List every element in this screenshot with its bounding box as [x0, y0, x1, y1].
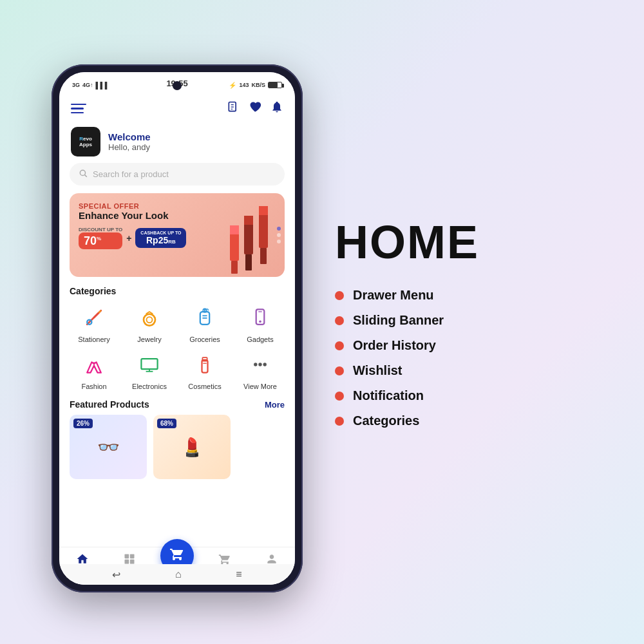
battery-text: 143: [239, 82, 249, 88]
search-bar[interactable]: Search for a product: [70, 163, 285, 185]
electronics-label: Electronics: [132, 383, 167, 390]
svg-point-4: [80, 170, 85, 175]
featured-title: Featured Products: [70, 399, 149, 410]
category-cosmetics[interactable]: Cosmetics: [180, 350, 229, 390]
topbar-icons: [227, 100, 283, 117]
hamburger-line-3: [71, 112, 84, 114]
search-placeholder-text: Search for a product: [93, 169, 169, 179]
android-nav-bar: ↩ ⌂ ≡: [59, 564, 295, 585]
category-jewelry[interactable]: Jewelry: [125, 303, 174, 343]
banner-special-offer: SPECIAL OFFER: [79, 202, 276, 210]
fashion-label: Fashion: [81, 383, 106, 390]
notification-icon[interactable]: [270, 100, 283, 117]
signal-bars: ▌▌▌: [96, 82, 109, 89]
cashback-box: CASHBACK UP TO Rp25RB: [135, 228, 186, 248]
electronics-icon-wrap: [135, 350, 164, 379]
banner-dot-1: [277, 227, 281, 231]
category-gadgets[interactable]: Gadgets: [236, 303, 285, 343]
feature-dot-6: [335, 417, 344, 426]
svg-rect-39: [125, 554, 129, 559]
svg-rect-11: [245, 254, 252, 270]
categories-title: Categories: [59, 286, 295, 303]
feature-list: Drawer Menu Sliding Banner Order History…: [335, 288, 612, 428]
wishlist-icon[interactable]: [249, 100, 261, 117]
svg-point-28: [259, 321, 261, 323]
status-right: ⚡ 143 KB/S: [229, 82, 282, 89]
hamburger-line-1: [71, 104, 86, 106]
feature-item-categories: Categories: [335, 413, 612, 428]
featured-header: Featured Products More: [59, 393, 295, 415]
phone-screen: 3G 4G↑ ▌▌▌ 19:55 ⚡ 143 KB/S: [59, 72, 295, 585]
cashback-label: CASHBACK UP TO: [140, 231, 181, 235]
network-4g: 4G↑: [82, 82, 93, 88]
welcome-text: Welcome Hello, andy: [108, 131, 151, 152]
category-groceries[interactable]: Groceries: [180, 303, 229, 343]
svg-point-20: [147, 317, 153, 323]
svg-rect-41: [125, 560, 129, 564]
featured-more-button[interactable]: More: [265, 400, 285, 410]
phone-device: 3G 4G↑ ▌▌▌ 19:55 ⚡ 143 KB/S: [52, 64, 303, 592]
category-view-more[interactable]: View More: [236, 350, 285, 390]
feature-label-3: Order History: [353, 338, 436, 353]
svg-point-36: [254, 363, 257, 366]
fashion-icon-wrap: [79, 350, 109, 379]
hamburger-line-2: [71, 108, 84, 109]
banner-dots: [277, 227, 281, 243]
feature-panel: HOME Drawer Menu Sliding Banner Order Hi…: [303, 190, 644, 454]
banner-dot-3: [277, 240, 281, 243]
home-title: HOME: [335, 216, 612, 269]
cashback-amount: Rp25RB: [140, 235, 181, 245]
welcome-title: Welcome: [108, 131, 151, 142]
svg-point-37: [258, 363, 261, 366]
app-logo: R evo Apps: [71, 127, 100, 156]
feature-item-drawer: Drawer Menu: [335, 288, 612, 303]
android-back-button[interactable]: ↩: [112, 569, 120, 581]
category-electronics[interactable]: Electronics: [125, 350, 174, 390]
view-more-icon-wrap: [245, 350, 275, 379]
feature-dot-1: [335, 291, 344, 300]
drawer-menu-button[interactable]: [71, 104, 86, 114]
feature-item-wishlist: Wishlist: [335, 363, 612, 378]
category-stationery[interactable]: Stationery: [70, 303, 118, 343]
svg-line-5: [85, 175, 87, 177]
view-more-label: View More: [243, 383, 277, 390]
android-home-button[interactable]: ⌂: [175, 569, 182, 580]
battery-fill: [269, 82, 278, 88]
product-card-1[interactable]: 👓 26%: [70, 415, 147, 479]
cosmetics-icon-wrap: [190, 350, 220, 379]
android-menu-button[interactable]: ≡: [236, 569, 242, 580]
banner-discount-row: DISCOUNT UP TO 70% + CASHBACK UP TO: [79, 227, 276, 249]
feature-dot-3: [335, 341, 344, 350]
jewelry-label: Jewelry: [137, 336, 161, 343]
gadgets-icon-wrap: [245, 303, 275, 332]
product-badge-1: 26%: [73, 419, 93, 428]
search-icon: [79, 169, 88, 180]
groceries-icon-wrap: [190, 303, 220, 332]
feature-item-banner: Sliding Banner: [335, 313, 612, 328]
feature-label-6: Categories: [353, 413, 419, 428]
category-fashion[interactable]: Fashion: [70, 350, 118, 390]
svg-rect-33: [202, 360, 208, 373]
feature-label-1: Drawer Menu: [353, 288, 434, 303]
svg-rect-30: [141, 359, 157, 369]
banner-dot-2: [277, 233, 281, 237]
banner-discount-box: DISCOUNT UP TO 70%: [79, 227, 122, 249]
welcome-subtitle: Hello, andy: [108, 142, 151, 152]
page-outer: 3G 4G↑ ▌▌▌ 19:55 ⚡ 143 KB/S: [0, 0, 644, 644]
order-history-icon[interactable]: [227, 100, 240, 117]
svg-rect-42: [130, 560, 135, 564]
phone-camera: [173, 81, 182, 90]
feature-label-4: Wishlist: [353, 363, 402, 378]
cart-fab-icon: [169, 546, 185, 565]
promo-banner: SPECIAL OFFER Enhance Your Look DISCOUNT…: [70, 193, 285, 277]
product-card-2[interactable]: 💄 68%: [153, 415, 231, 479]
svg-line-18: [99, 310, 101, 313]
groceries-label: Groceries: [189, 336, 220, 343]
jewelry-icon-wrap: [135, 303, 164, 332]
categories-grid-row1: Stationery Jewelry: [59, 303, 295, 343]
app-topbar: [59, 94, 295, 123]
svg-rect-8: [260, 248, 267, 264]
plus-sign: +: [126, 233, 131, 243]
gadgets-label: Gadgets: [247, 336, 274, 343]
stationery-label: Stationery: [78, 336, 110, 343]
